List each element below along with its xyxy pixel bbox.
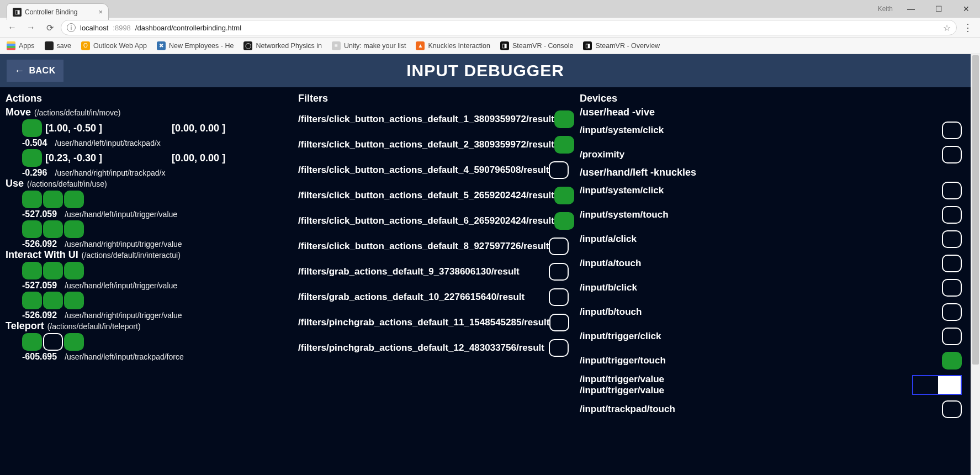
bookmark-steamvr-console[interactable]: ◨SteamVR - Console [500,41,573,50]
window-controls: — ☐ ✕ [897,0,980,18]
bookmarks-bar: Apps save OOutlook Web App ✖New Employee… [0,38,980,54]
back-button[interactable]: ← BACK [7,60,63,82]
device-input-path: /input/trigger/value [580,385,664,396]
actions-column: Actions Move(/actions/default/in/move)[1… [6,93,287,475]
bookmark-save[interactable]: save [45,41,71,50]
action-source: /user/hand/right/input/trackpad/x [55,168,165,177]
url-host: localhost [80,24,108,32]
address-bar-row: ← → ⟳ i localhost:8998/dashboard/control… [0,18,980,38]
device-heading: /user/hand/left -knuckles [580,167,965,178]
bookmark-label: New Employees - He [169,42,234,50]
state-pill [43,220,63,238]
url-box[interactable]: i localhost:8998/dashboard/controllerbin… [61,20,957,35]
action-row: -605.695/user/hand/left/input/trackpad/f… [22,333,287,362]
bookmark-knuckles[interactable]: ▲Knuckles Interaction [416,41,490,50]
tab-title: Controller Binding [25,8,77,16]
action-heading: Teleport(/actions/default/in/teleport) [6,320,287,332]
pill-set [22,292,84,309]
action-row-bottom: -0.504/user/hand/left/input/trackpad/x [22,138,287,148]
state-pill [554,187,574,204]
bookmark-label: Networked Physics in [256,42,322,50]
state-pill [43,333,63,351]
state-pill [64,292,84,309]
device-input-path: /input/a/click [580,234,637,245]
action-value: -0.504 [22,138,47,148]
action-source: /user/hand/left/input/trackpad/x [55,139,160,147]
device-indicator [942,328,962,345]
filter-indicator [554,187,574,204]
reload-icon[interactable]: ⟳ [42,20,57,35]
filter-row: /filters/click_button_actions_default_5_… [298,183,569,208]
browser-tab[interactable]: ◨ Controller Binding × [7,3,109,20]
filter-indicator [554,110,574,128]
minimize-button[interactable]: — [897,0,925,18]
site-info-icon[interactable]: i [67,23,76,32]
vector-delta: [0.00, 0.00 ] [172,123,225,134]
bookmark-label: Unity: make your list [344,42,406,50]
state-pill [549,314,569,331]
bookmark-unity-list[interactable]: ≡Unity: make your list [332,41,406,50]
device-row: /input/b/click [580,276,965,300]
state-pill [549,288,569,306]
nav-back-icon[interactable]: ← [4,20,20,35]
bookmark-star-icon[interactable]: ☆ [943,23,951,33]
filter-row: /filters/click_button_actions_default_6_… [298,208,569,234]
url-port: :8998 [113,24,131,32]
filter-row: /filters/grab_actions_default_9_37386061… [298,259,569,284]
device-row: /input/b/touch [580,300,965,324]
action-path: (/actions/default/in/teleport) [47,322,141,331]
bookmark-apps[interactable]: Apps [7,41,35,50]
device-indicator [942,122,962,139]
state-pill [43,292,63,309]
browser-window: ◨ Controller Binding × Keith — ☐ ✕ ← → ⟳… [0,0,980,475]
action-row-top [22,333,287,351]
filter-path: /filters/pinchgrab_actions_default_12_48… [298,342,544,353]
device-heading: /user/head -vive [580,107,965,118]
state-pill [942,122,962,139]
filter-row: /filters/grab_actions_default_10_2276615… [298,284,569,310]
filter-path: /filters/click_button_actions_default_4_… [298,165,549,176]
close-button[interactable]: ✕ [952,0,980,18]
state-pill [942,352,962,370]
bookmark-new-employees[interactable]: ✖New Employees - He [157,41,234,50]
state-pill [22,149,42,167]
device-indicator [942,230,962,248]
page-viewport: ← BACK INPUT DEBUGGER Actions Move(/acti… [0,54,980,475]
scrollbar-thumb[interactable] [972,55,979,365]
bookmark-label: SteamVR - Overview [595,42,660,50]
state-pill [554,212,574,230]
device-indicator [942,279,962,297]
vector-value: [0.23, -0.30 ] [45,152,102,164]
filter-indicator [549,263,569,281]
action-row-top [22,220,287,238]
filter-row: /filters/pinchgrab_actions_default_11_15… [298,310,569,335]
state-pill [22,333,42,351]
filter-path: /filters/click_button_actions_default_1_… [298,114,554,125]
page-content: ← BACK INPUT DEBUGGER Actions Move(/acti… [0,54,971,475]
state-pill [22,292,42,309]
action-row-top: [1.00, -0.50 ][0.00, 0.00 ] [22,119,287,137]
device-row: /input/a/touch [580,251,965,276]
bookmark-steamvr-overview[interactable]: ◨SteamVR - Overview [583,41,660,50]
nav-forward-icon[interactable]: → [23,20,39,35]
action-source: /user/hand/right/input/trigger/value [65,311,182,320]
state-pill [942,279,962,297]
scrollbar[interactable] [971,54,980,475]
bookmark-outlook[interactable]: OOutlook Web App [81,41,147,50]
action-row: -527.059/user/hand/left/input/trigger/va… [22,262,287,291]
action-name: Use [6,178,24,189]
close-icon[interactable]: × [98,8,103,16]
device-input-path: /input/trigger/touch [580,355,666,366]
filter-indicator [549,339,569,357]
debugger-columns: Actions Move(/actions/default/in/move)[1… [6,93,965,475]
device-input-path: /input/trigger/click [580,331,661,342]
action-row-top [22,191,287,208]
browser-menu-icon[interactable]: ⋮ [960,22,976,34]
action-row: -526.092/user/hand/right/input/trigger/v… [22,220,287,249]
bookmark-networked-physics[interactable]: ◯Networked Physics in [243,41,322,50]
maximize-button[interactable]: ☐ [925,0,952,18]
filter-path: /filters/pinchgrab_actions_default_11_15… [298,317,549,328]
filter-indicator [554,212,574,230]
page-title: INPUT DEBUGGER [0,61,971,80]
action-row-bottom: -526.092/user/hand/right/input/trigger/v… [22,310,287,320]
